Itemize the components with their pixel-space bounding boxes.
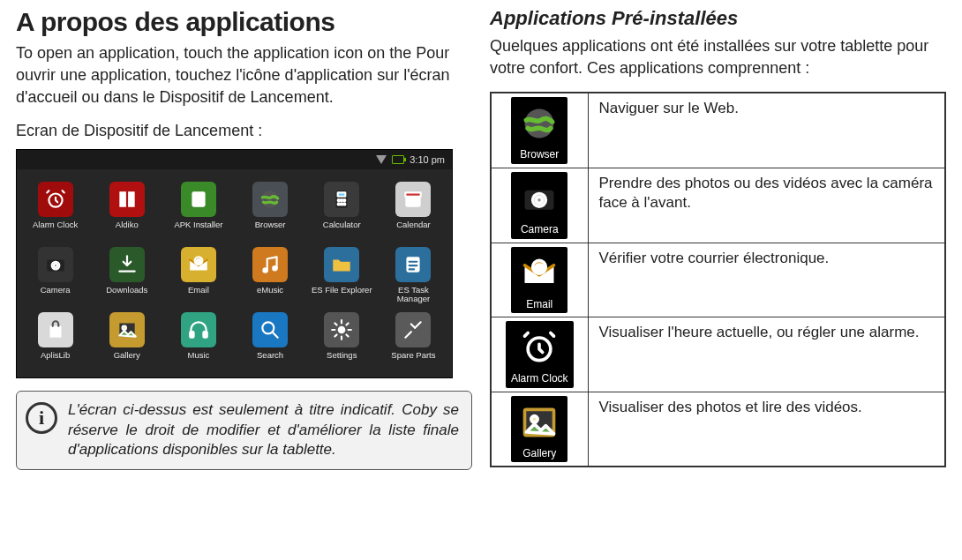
svg-point-33 bbox=[537, 197, 543, 203]
app-launcher-item[interactable]: Camera bbox=[22, 247, 88, 305]
app-launcher-item[interactable]: Calculator bbox=[309, 182, 375, 240]
app-label: Calculator bbox=[323, 220, 361, 240]
app-launcher-item[interactable]: APK Installer bbox=[165, 182, 231, 240]
app-label: Alarm Clock bbox=[33, 220, 78, 240]
svg-point-38 bbox=[531, 415, 537, 422]
gallery-icon bbox=[109, 312, 145, 347]
music-note-icon bbox=[252, 247, 288, 282]
svg-point-12 bbox=[343, 203, 345, 205]
search-icon bbox=[252, 312, 288, 347]
alarm-clock-icon bbox=[516, 325, 562, 370]
calendar-icon: 31 bbox=[395, 182, 431, 217]
app-launcher-item[interactable]: Gallery bbox=[94, 312, 160, 370]
app-label: Browser bbox=[255, 220, 286, 240]
app-grid: Alarm ClockAldikoAPK InstallerBrowserCal… bbox=[17, 169, 452, 383]
svg-point-7 bbox=[338, 199, 340, 201]
book-icon bbox=[109, 182, 145, 217]
app-launcher-item[interactable]: Alarm Clock bbox=[22, 182, 88, 240]
apk-icon bbox=[181, 182, 216, 217]
svg-point-25 bbox=[122, 325, 125, 329]
svg-text:@: @ bbox=[196, 258, 202, 264]
info-icon: i bbox=[26, 402, 57, 434]
app-launcher-item[interactable]: eMusic bbox=[237, 247, 303, 305]
app-launcher-item[interactable]: Music bbox=[165, 312, 231, 370]
globe-icon bbox=[252, 182, 288, 217]
app-launcher-item[interactable]: Settings bbox=[309, 312, 375, 370]
page-heading-right: Applications Pré-installées bbox=[490, 7, 946, 30]
app-launcher-item[interactable]: 31Calendar bbox=[380, 182, 447, 240]
svg-point-18 bbox=[53, 263, 56, 266]
app-icon-cell: @Email bbox=[491, 243, 588, 317]
app-label: Email bbox=[188, 286, 209, 305]
gear-icon bbox=[324, 312, 359, 347]
svg-text:31: 31 bbox=[409, 196, 418, 205]
camera-icon bbox=[38, 247, 73, 282]
svg-point-10 bbox=[338, 203, 340, 205]
gallery-icon bbox=[516, 399, 562, 445]
launcher-caption: Ecran de Dispositif de Lancement : bbox=[16, 122, 472, 140]
app-label: Spare Parts bbox=[391, 351, 435, 370]
svg-point-21 bbox=[263, 268, 267, 272]
app-label: ES File Explorer bbox=[312, 286, 372, 305]
svg-rect-2 bbox=[195, 195, 203, 197]
svg-point-30 bbox=[525, 109, 554, 138]
tools-icon bbox=[395, 312, 431, 347]
app-launcher-item[interactable]: Browser bbox=[237, 182, 303, 240]
table-row: Alarm ClockVisualiser l'heure actuelle, … bbox=[491, 317, 945, 392]
camera-icon bbox=[516, 175, 562, 221]
app-label: Aldiko bbox=[116, 220, 139, 240]
svg-rect-3 bbox=[195, 199, 203, 201]
app-label: Gallery bbox=[114, 351, 140, 370]
app-launcher-item[interactable]: Aldiko bbox=[94, 182, 160, 240]
calculator-icon bbox=[324, 182, 359, 217]
email-icon: @ bbox=[181, 247, 216, 282]
wifi-icon bbox=[376, 155, 387, 164]
app-description: Vérifier votre courrier électronique. bbox=[588, 243, 945, 317]
app-icon-label: Alarm Clock bbox=[511, 372, 568, 386]
svg-point-8 bbox=[341, 199, 342, 201]
app-label: Music bbox=[188, 351, 210, 370]
email-icon: @ bbox=[516, 250, 562, 296]
app-launcher-item[interactable]: Spare Parts bbox=[380, 312, 447, 370]
app-label: ES Task Manager bbox=[397, 286, 431, 305]
app-launcher-item[interactable]: AplisLib bbox=[22, 312, 88, 370]
app-launcher-item[interactable]: ES File Explorer bbox=[309, 247, 375, 305]
app-icon-cell: Alarm Clock bbox=[491, 317, 588, 392]
app-description: Naviguer sur le Web. bbox=[588, 93, 945, 168]
app-icon-cell: Gallery bbox=[491, 392, 588, 467]
app-label: Settings bbox=[327, 351, 357, 370]
app-description: Visualiser l'heure actuelle, ou régler u… bbox=[588, 317, 945, 392]
app-launcher-item[interactable]: Downloads bbox=[94, 247, 160, 305]
svg-point-4 bbox=[261, 190, 279, 208]
app-label: Calendar bbox=[396, 220, 431, 240]
battery-icon bbox=[392, 155, 404, 164]
table-row: GalleryVisualiser des photos et lire des… bbox=[491, 392, 945, 467]
globe-icon bbox=[516, 101, 562, 146]
page-heading-left: A propos des applications bbox=[16, 7, 472, 37]
app-label: AplisLib bbox=[41, 351, 70, 370]
app-label: Search bbox=[257, 351, 283, 370]
headphones-icon bbox=[181, 312, 216, 347]
preinstalled-apps-table: BrowserNaviguer sur le Web.CameraPrendre… bbox=[490, 92, 946, 467]
status-bar: 3:10 pm bbox=[17, 150, 452, 169]
app-icon-label: Gallery bbox=[522, 447, 556, 461]
app-icon-label: Email bbox=[526, 298, 552, 312]
app-launcher-item[interactable]: @Email bbox=[165, 247, 231, 305]
svg-point-28 bbox=[262, 322, 274, 333]
app-icon-cell: Camera bbox=[491, 168, 588, 243]
info-box: i L'écran ci-dessus est seulement à titr… bbox=[16, 391, 472, 471]
app-description: Prendre des photos ou des vidéos avec la… bbox=[588, 168, 945, 243]
bag-icon bbox=[38, 312, 73, 347]
app-launcher-item[interactable]: Search bbox=[237, 312, 303, 370]
folder-icon bbox=[324, 247, 359, 282]
intro-text-left: To open an application, touch the applic… bbox=[16, 42, 472, 109]
app-label: Camera bbox=[41, 286, 71, 305]
app-launcher-item[interactable]: ES Task Manager bbox=[380, 247, 447, 305]
app-icon-label: Camera bbox=[521, 223, 559, 237]
svg-rect-6 bbox=[338, 192, 346, 196]
table-row: BrowserNaviguer sur le Web. bbox=[491, 93, 945, 168]
task-icon bbox=[395, 247, 431, 282]
alarm-clock-icon bbox=[38, 182, 73, 217]
info-note-text: L'écran ci-dessus est seulement à titre … bbox=[68, 400, 459, 461]
svg-rect-26 bbox=[190, 332, 193, 338]
